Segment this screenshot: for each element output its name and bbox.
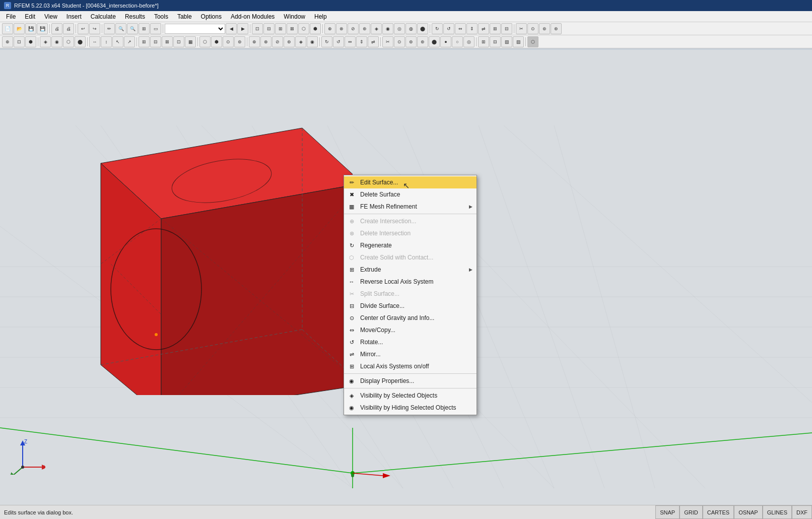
tb-redo[interactable]: ↪: [89, 23, 100, 34]
tb2-g5[interactable]: ⇌: [368, 36, 379, 47]
tb2-b1[interactable]: ◈: [40, 36, 51, 47]
tb-next-view[interactable]: ▶: [237, 23, 248, 34]
viewport[interactable]: Z X Y ✏Edit Surface...✖Delete Surface▦FE…: [0, 50, 812, 505]
tb2-h5[interactable]: ⬤: [429, 36, 440, 47]
tb2-c2[interactable]: ↕: [101, 36, 112, 47]
tb2-g3[interactable]: ⇔: [345, 36, 356, 47]
tb2-d3[interactable]: ⊠: [162, 36, 173, 47]
tb2-i2[interactable]: ⊟: [490, 36, 501, 47]
tb2-i3[interactable]: ▧: [501, 36, 512, 47]
tb-zoom-rect[interactable]: ▭: [150, 23, 161, 34]
cm-item-visibility-hiding[interactable]: ◉Visibility by Hiding Selected Objects: [344, 402, 477, 414]
tb-d1[interactable]: ↻: [432, 23, 443, 34]
tb-save-as[interactable]: 💾: [37, 23, 48, 34]
tb2-e3[interactable]: ⊙: [223, 36, 234, 47]
tb2-j1[interactable]: ⬡: [527, 36, 538, 47]
tb2-a1[interactable]: ⊕: [2, 36, 13, 47]
status-badge-glines[interactable]: GLINES: [763, 505, 792, 519]
tb-c4[interactable]: ⊛: [359, 23, 370, 34]
status-badge-grid[interactable]: GRID: [680, 505, 703, 519]
tb2-f4[interactable]: ⊛: [284, 36, 295, 47]
cm-item-delete-surface[interactable]: ✖Delete Surface: [344, 188, 477, 201]
cm-item-reverse-local-axis[interactable]: ↔Reverse Local Axis System: [344, 276, 477, 288]
cm-item-local-axis-systems[interactable]: ⊞Local Axis Systems on/off: [344, 360, 477, 372]
tb-open[interactable]: 📂: [14, 23, 25, 34]
tb-e2[interactable]: ⊙: [527, 23, 538, 34]
tb2-f6[interactable]: ◉: [307, 36, 318, 47]
cm-item-visibility-selected[interactable]: ◈Visibility by Selected Objects: [344, 390, 477, 402]
tb-c2[interactable]: ⊗: [336, 23, 347, 34]
tb2-c1[interactable]: ↔: [89, 36, 100, 47]
tb-e1[interactable]: ✂: [516, 23, 527, 34]
tb-print[interactable]: 🖨: [51, 23, 62, 34]
tb-d4[interactable]: ⇕: [466, 23, 478, 34]
tb2-h4[interactable]: ⊛: [417, 36, 428, 47]
tb2-f2[interactable]: ⊗: [260, 36, 272, 47]
menu-item-table[interactable]: Table: [173, 12, 196, 21]
menu-item-window[interactable]: Window: [280, 12, 309, 21]
tb-c8[interactable]: ◍: [405, 23, 417, 34]
tb-b4[interactable]: ⊠: [287, 23, 298, 34]
tb2-i1[interactable]: ⊞: [478, 36, 489, 47]
tb-d3[interactable]: ⇔: [455, 23, 466, 34]
cm-item-display-properties[interactable]: ◉Display Properties...: [344, 375, 477, 387]
tb-save[interactable]: 💾: [25, 23, 36, 34]
tb2-h8[interactable]: ◎: [463, 36, 475, 47]
tb-c5[interactable]: ◈: [371, 23, 382, 34]
menu-item-insert[interactable]: Insert: [62, 12, 86, 21]
tb2-g1[interactable]: ↻: [321, 36, 332, 47]
cm-item-mirror[interactable]: ⇌Mirror...: [344, 348, 477, 360]
menu-item-tools[interactable]: Tools: [150, 12, 172, 21]
menu-item-add-on-modules[interactable]: Add-on Modules: [227, 12, 279, 21]
tb-d2[interactable]: ↺: [443, 23, 454, 34]
tb-print2[interactable]: 🖨: [63, 23, 74, 34]
tb2-h2[interactable]: ⊙: [394, 36, 405, 47]
tb2-g2[interactable]: ↺: [333, 36, 344, 47]
tb2-e2[interactable]: ⬢: [211, 36, 222, 47]
tb-prev-view[interactable]: ◀: [226, 23, 237, 34]
tb2-c4[interactable]: ↗: [124, 36, 135, 47]
cm-item-fe-mesh-refinement[interactable]: ▦FE Mesh Refinement: [344, 201, 477, 213]
view-combo[interactable]: [165, 24, 225, 34]
tb2-b4[interactable]: ⬤: [75, 36, 86, 47]
cm-item-extrude[interactable]: ⊞Extrude: [344, 264, 477, 276]
tb-zoom-out[interactable]: 🔍: [127, 23, 138, 34]
tb2-d5[interactable]: ▦: [185, 36, 196, 47]
tb-b6[interactable]: ⬢: [310, 23, 321, 34]
menu-item-view[interactable]: View: [40, 12, 61, 21]
menu-item-help[interactable]: Help: [310, 12, 331, 21]
status-badge-osnap[interactable]: OSNAP: [734, 505, 763, 519]
tb-d6[interactable]: ⊞: [490, 23, 501, 34]
tb-b3[interactable]: ⊞: [275, 23, 286, 34]
tb-c6[interactable]: ◉: [382, 23, 393, 34]
tb2-d1[interactable]: ⊞: [139, 36, 150, 47]
tb2-b2[interactable]: ◉: [51, 36, 62, 47]
cm-item-move-copy[interactable]: ⇔Move/Copy...: [344, 324, 477, 336]
menu-item-options[interactable]: Options: [197, 12, 226, 21]
tb2-e4[interactable]: ⊚: [234, 36, 245, 47]
status-badge-cartes[interactable]: CARTES: [703, 505, 734, 519]
tb-e4[interactable]: ⊛: [551, 23, 562, 34]
tb-b2[interactable]: ⊟: [263, 23, 275, 34]
tb-undo[interactable]: ↩: [78, 23, 89, 34]
tb2-b3[interactable]: ⬡: [63, 36, 74, 47]
tb-d5[interactable]: ⇌: [478, 23, 489, 34]
tb2-f3[interactable]: ⊘: [272, 36, 283, 47]
tb2-h6[interactable]: ●: [440, 36, 451, 47]
tb2-e1[interactable]: ⬡: [199, 36, 211, 47]
tb-edit[interactable]: ✏: [104, 23, 115, 34]
tb-c3[interactable]: ⊘: [348, 23, 359, 34]
tb-c7[interactable]: ◎: [394, 23, 405, 34]
tb2-d4[interactable]: ⊡: [173, 36, 184, 47]
tb2-f1[interactable]: ⊕: [249, 36, 260, 47]
tb-c1[interactable]: ⊕: [324, 23, 335, 34]
tb-zoom-all[interactable]: ⊞: [139, 23, 150, 34]
tb-d7[interactable]: ⊟: [501, 23, 512, 34]
tb-b5[interactable]: ⬡: [298, 23, 309, 34]
tb2-c3[interactable]: ↖: [112, 36, 123, 47]
menu-item-edit[interactable]: Edit: [21, 12, 39, 21]
cm-item-center-gravity[interactable]: ⊙Center of Gravity and Info...: [344, 312, 477, 324]
tb2-h1[interactable]: ✂: [382, 36, 393, 47]
status-badge-dxf[interactable]: DXF: [792, 505, 812, 519]
tb2-g4[interactable]: ⇕: [356, 36, 367, 47]
